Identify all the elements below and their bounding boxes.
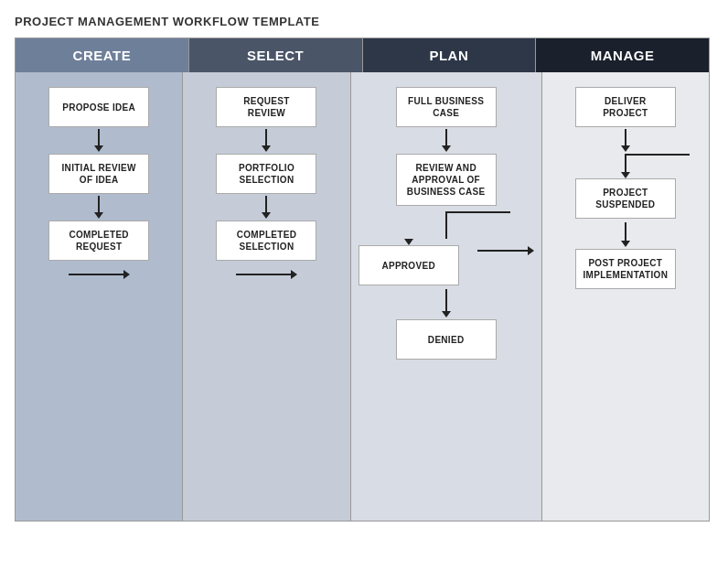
header-create: CREATE [16, 38, 189, 72]
post-project-box: POST PROJECT IMPLEMENTATION [575, 249, 676, 289]
col-create: PROPOSE IDEA INITIAL REVIEW OF IDEA COMP… [16, 72, 183, 521]
arrow-3 [262, 129, 271, 152]
arrow-1 [94, 129, 103, 152]
arrow-6 [442, 289, 451, 317]
header-row: CREATE SELECT PLAN MANAGE [16, 38, 709, 72]
request-review-box: REQUEST REVIEW [216, 87, 316, 127]
arrow-5 [442, 129, 451, 152]
body-row: PROPOSE IDEA INITIAL REVIEW OF IDEA COMP… [16, 72, 709, 521]
header-manage: MANAGE [536, 38, 709, 72]
page-title: PROJECT MANAGEMENT WORKFLOW TEMPLATE [15, 15, 713, 28]
full-business-case-box: FULL BUSINESS CASE [396, 87, 497, 127]
project-suspended-box: PROJECT SUSPENDED [575, 178, 676, 219]
initial-review-box: INITIAL REVIEW OF IDEA [48, 154, 149, 194]
arrow-2 [94, 196, 103, 219]
workflow-container: CREATE SELECT PLAN MANAGE PROPOSE IDEA I… [15, 38, 710, 522]
col-plan: FULL BUSINESS CASE REVIEW AND APPROVAL O… [351, 72, 542, 521]
col-select: REQUEST REVIEW PORTFOLIO SELECTION COMPL… [183, 72, 350, 521]
propose-idea-box: PROPOSE IDEA [48, 87, 149, 127]
portfolio-selection-box: PORTFOLIO SELECTION [216, 154, 316, 194]
header-plan: PLAN [363, 38, 537, 72]
col-manage: DELIVER PROJECT PROJECT SUSPENDED [542, 72, 709, 521]
arrow-8 [621, 222, 630, 247]
header-select: SELECT [189, 38, 363, 72]
completed-request-box: COMPLETED REQUEST [48, 220, 149, 261]
arrow-7 [621, 129, 630, 152]
review-approval-box: REVIEW AND APPROVAL OF BUSINESS CASE [396, 154, 497, 206]
arrow-4 [262, 196, 271, 219]
denied-box: DENIED [396, 319, 497, 360]
completed-selection-box: COMPLETED SELECTION [216, 220, 316, 261]
deliver-project-box: DELIVER PROJECT [575, 87, 676, 127]
approved-box: APPROVED [359, 245, 459, 285]
